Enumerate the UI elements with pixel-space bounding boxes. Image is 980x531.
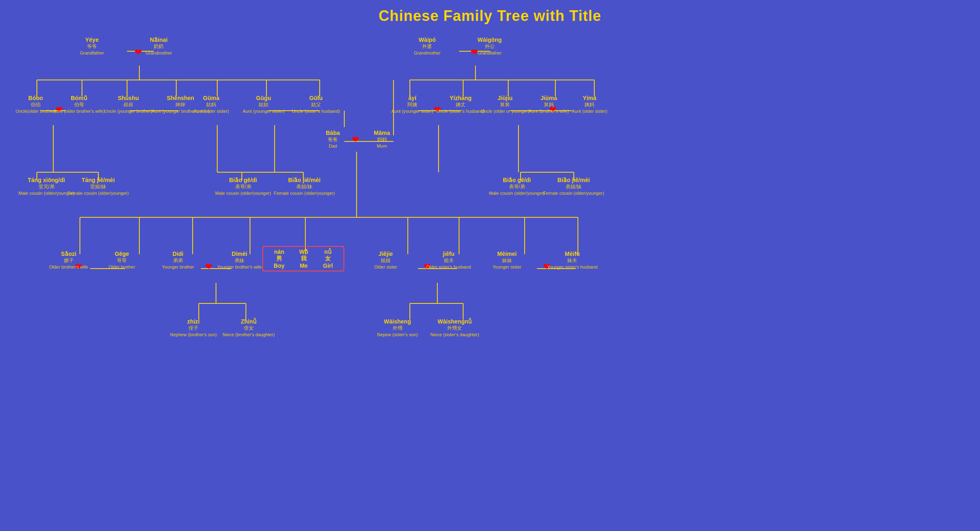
jiejie-node: Jiějie 姐姐 Older sister xyxy=(374,250,397,270)
zhizi-node: zhízi 侄子 Nephew (brother's son) xyxy=(170,318,217,337)
shushu-node: Shūshu 叔叔 Uncle (younger brother) xyxy=(105,94,152,114)
gege-node: Gēge 哥哥 Older brother xyxy=(109,250,135,270)
bobo-node: Bóbo 伯伯 Uncle(older brother) xyxy=(16,94,56,114)
nainai-node: Nǎinai 奶奶 Grandmother xyxy=(146,36,172,56)
waipo-node: Wàipó 外婆 Grandmother xyxy=(414,36,441,56)
heart-yeye-nainai: ❤ xyxy=(134,47,142,58)
yima-node: Yímā 姨妈 Aunt (older sister) xyxy=(572,94,607,114)
gufu-node: Gūfu 姑父 Uncle (sister's husband) xyxy=(292,94,340,114)
waisheng-node: Wàisheng 外甥 Nepew (sister's son) xyxy=(377,318,418,337)
mama-node: Māma 妈妈 Mum xyxy=(374,129,390,149)
didi-node: Didi 弟弟 Younger brother xyxy=(162,250,194,270)
yeye-node: Yéye 爷爷 Grandfather xyxy=(80,36,104,56)
baba-node: Bàba 爸爸 Dad xyxy=(326,129,340,149)
heart-waipo-waigong: ❤ xyxy=(471,47,478,58)
jiujiu-node: Jiùjiu 舅舅 Uncle (older or younger) xyxy=(481,94,530,114)
ayi-node: āyí 阿姨 Aunt (younger sister) xyxy=(391,94,433,114)
meimei-node: Mèimei 妹妹 Younger sister xyxy=(493,250,521,270)
guma-node: Gūma 姑妈 Aunt (older sister) xyxy=(193,94,229,114)
jiuma-node: Jiùma 舅妈 Aunt (brother's wife) xyxy=(529,94,569,114)
page-title: Chinese Family Tree with Title xyxy=(0,0,980,25)
me-box: nán男Boy Wǒ我Me nǚ女Girl xyxy=(262,246,344,271)
yizhang-node: Yízhàng 姨丈 Uncle (sister's husband) xyxy=(437,94,485,114)
heart-baba-mama: ❤ xyxy=(352,134,359,145)
biao-ge-1-node: Biǎo gē/dì 表哥/弟 Male cousin (older/young… xyxy=(215,176,271,196)
heart-didi-dimei: ❤ xyxy=(205,262,212,272)
zhinv-node: Zhínǚ 侄女 Niece (brother's daughter) xyxy=(223,318,275,337)
dimei-node: Dìmèi 弟妹 Younger brother's wife xyxy=(217,250,262,270)
meifu-node: Mèifu 妹夫 Younger sister's husband xyxy=(547,250,598,270)
saozi-node: Sǎozi 嫂子 Older brother's wife xyxy=(49,250,88,270)
bomu-node: Bómǔ 伯母 Aunt (older brother's wife) xyxy=(53,94,105,114)
waishengnv-node: Wàishengnǚ 外甥女 Niece (sister's daughter) xyxy=(430,318,479,337)
biao-jie-2-node: Biǎo jiě/mèi 表姐/妹 Female cousin (older/y… xyxy=(543,176,604,196)
waigong-node: Wàigōng 外公 Grandfather xyxy=(477,36,502,56)
biao-jie-1-node: Biǎo jiě/mèi 表姐/妹 Female cousin (older/y… xyxy=(274,176,335,196)
tang-jie-node: Táng jiě/mèi 堂姐/妹 Female cousin (older/y… xyxy=(68,176,129,196)
jiefu-node: jiěfu 姐夫 Older sister's husband xyxy=(426,250,471,270)
gugu-node: Gūgu 姑姑 Aunt (younger sister) xyxy=(243,94,284,114)
tang-xiong-node: Táng xiōng/dì 堂兄/弟 Male cousin (older/yo… xyxy=(18,176,74,196)
biao-ge-2-node: Biǎo gē/dì 表哥/弟 Male cousin (older/young… xyxy=(489,176,545,196)
